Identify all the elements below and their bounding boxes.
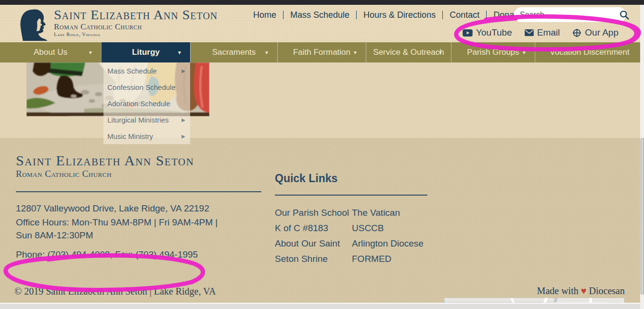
page-bottom-strip [0,303,644,309]
utility-link-mass-schedule[interactable]: Mass Schedule [283,11,357,19]
utility-nav: Home Mass Schedule Hours & Directions Co… [246,7,528,23]
nav-label: About Us [34,48,67,57]
site-location: Lake Ridge, Virginia [54,31,218,37]
seton-profile-logo[interactable] [16,7,51,41]
dropdown-label: Liturgical Ministries [107,116,169,124]
email-link[interactable]: Email [525,27,560,38]
site-header: Saint Elizabeth Ann Seton Roman Catholic… [0,5,644,42]
quick-link-arlington-diocese[interactable]: Arlington Diocese [352,238,434,254]
nav-item-vocation-discernment[interactable]: Vocation Discernment [535,42,644,62]
footer-divider [16,191,261,192]
dropdown-item-liturgical-ministries[interactable]: Liturgical Ministries ▶ [103,111,190,128]
nav-label: Liturgy [132,48,160,57]
chevron-right-icon: ▶ [181,68,185,74]
chevron-down-icon: ▼ [522,50,527,55]
header-social-links: YouTube Email Our App [463,27,618,38]
nav-item-parish-groups[interactable]: Parish Groups ▼ [451,42,535,62]
footer-address: 12807 Valleywood Drive, Lake Ridge, VA 2… [16,202,209,215]
chevron-right-icon: ▶ [181,134,185,139]
nav-label: Parish Groups [467,48,519,57]
nav-item-service-outreach[interactable]: Service & Outreach ▼ [366,42,451,62]
nav-label: Sacraments [212,48,256,57]
footer-title: Saint Elizabeth Ann Seton [16,152,194,169]
footer-office-hours: Office Hours: Mon-Thu 9AM-8PM | Fri 9AM-… [16,216,235,242]
site-brand[interactable]: Saint Elizabeth Ann Seton Roman Catholic… [54,8,218,37]
dropdown-item-adoration-schedule[interactable]: Adoration Schedule [103,95,190,111]
youtube-link[interactable]: YouTube [463,27,512,38]
quick-link-vatican[interactable]: The Vatican [352,208,434,223]
nav-item-sacraments[interactable]: Sacraments ▼ [190,42,277,62]
liturgy-dropdown-menu: Mass Schedule ▶ Confession Schedule Ador… [103,62,190,144]
quick-links-divider [275,195,427,196]
quick-link-usccb[interactable]: USCCB [352,223,434,238]
footer-copyright: © 2019 Saint Elizabeth Ann Seton | Lake … [14,286,216,297]
nav-item-faith-formation[interactable]: Faith Formation ▼ [277,42,366,62]
church-website-page: Saint Elizabeth Ann Seton Roman Catholic… [0,0,644,309]
site-footer: Saint Elizabeth Ann Seton Roman Catholic… [0,138,644,303]
search-box [514,7,626,22]
quick-link-formed[interactable]: FORMED [352,254,434,269]
our-app-label: Our App [585,27,618,38]
main-navbar: About Us ▼ Liturgy ▼ Sacraments ▼ Faith … [0,42,644,62]
scrollbar-thumb[interactable] [641,138,644,295]
email-label: Email [537,27,560,38]
browser-top-strip [0,0,644,5]
quick-link-parish-school[interactable]: Our Parish School [275,208,352,223]
nav-label: Faith Formation [293,48,350,57]
dropdown-label: Music Ministry [107,132,153,140]
quick-link-kofc[interactable]: K of C #8183 [275,223,352,238]
chevron-down-icon: ▼ [177,50,182,55]
dropdown-item-mass-schedule[interactable]: Mass Schedule ▶ [103,62,190,79]
quick-links-list: Our Parish School The Vatican K of C #81… [275,208,434,269]
dropdown-label: Adoration Schedule [107,99,170,108]
youtube-label: YouTube [476,27,512,38]
nav-label: Service & Outreach [373,48,444,57]
search-icon[interactable] [619,10,629,20]
scrollbar-track[interactable] [640,5,644,309]
footer-subtitle: Roman Catholic Church [16,169,112,179]
dropdown-item-music-ministry[interactable]: Music Ministry ▶ [103,128,190,144]
made-with-diocesan[interactable]: Made with ♥ Diocesan [537,285,625,297]
nav-label: Vocation Discernment [550,48,629,57]
utility-link-home[interactable]: Home [246,11,283,19]
utility-link-contact[interactable]: Contact [443,11,487,19]
dropdown-item-confession-schedule[interactable]: Confession Schedule [103,79,190,95]
chevron-down-icon: ▼ [353,50,358,55]
site-subtitle: Roman Catholic Church [54,22,218,31]
email-icon [525,29,534,36]
quick-link-about-our-saint[interactable]: About Our Saint [275,238,352,254]
chevron-down-icon: ▼ [88,50,93,55]
diocesan-label: Diocesan [589,285,625,296]
app-icon [572,28,581,37]
nav-item-about-us[interactable]: About Us ▼ [0,42,101,62]
quick-link-seton-shrine[interactable]: Seton Shrine [275,254,352,269]
chevron-down-icon: ▼ [438,50,443,55]
quick-links-heading: Quick Links [275,172,337,185]
our-app-link[interactable]: Our App [572,27,618,38]
chevron-right-icon: ▶ [181,117,185,123]
heart-icon: ♥ [581,285,587,296]
chevron-down-icon: ▼ [264,50,269,55]
made-with-text: Made with [537,285,579,296]
site-title: Saint Elizabeth Ann Seton [54,8,218,22]
youtube-icon [463,29,473,37]
dropdown-label: Mass Schedule [107,67,157,75]
footer-phone-fax: Phone: (703) 494-4008, Fax: (703) 494-19… [16,248,198,261]
search-input[interactable] [520,11,619,19]
nav-item-liturgy[interactable]: Liturgy ▼ [101,42,190,62]
dropdown-label: Confession Schedule [107,83,176,91]
utility-link-hours-directions[interactable]: Hours & Directions [357,11,443,19]
